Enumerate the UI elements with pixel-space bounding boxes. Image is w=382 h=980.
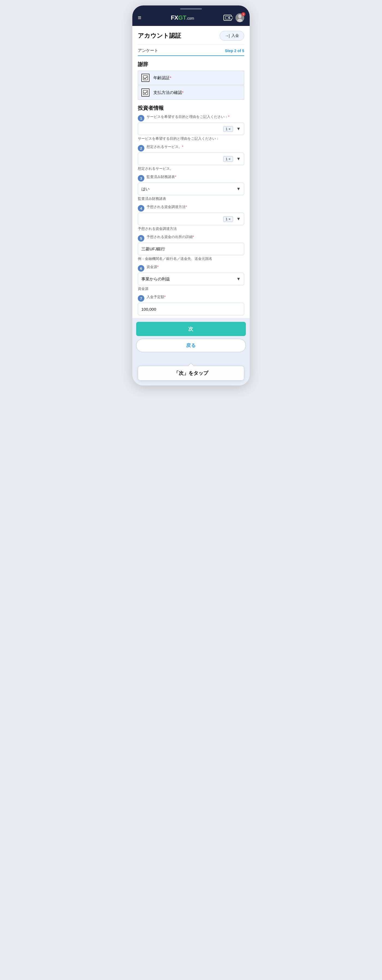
checkbox-age-verification[interactable]: 年齢認証*	[138, 71, 244, 85]
field-hint-5: 例：金融機関名／銀行名／送金先、送金元国名	[138, 256, 244, 262]
tab-section: アンケート Step 2 of 5	[138, 45, 244, 56]
chip-1[interactable]: 1 ×	[223, 126, 233, 132]
svg-point-4	[238, 16, 241, 18]
field-chips-4: 1 × ▼	[223, 216, 241, 222]
field-value-6: 事業からの利益	[141, 277, 170, 282]
field-label-row-4: 4 予想される資金調達方法*	[138, 204, 244, 212]
checkbox-age-icon	[141, 74, 149, 82]
investor-section: 投資者情報 1 サービスを希望する目的と理由をご記入ください：* 1 × ▼ サ…	[138, 105, 244, 315]
field-group-3: 3 監査済み財務諸表* はい ▼ 監査済み財務諸表	[138, 175, 244, 202]
field-input-2[interactable]: 1 × ▼	[138, 153, 244, 165]
field-value-3: はい	[141, 186, 149, 192]
chip-4[interactable]: 1 ×	[223, 216, 233, 222]
tab-row: アンケート Step 2 of 5	[138, 48, 244, 56]
tooltip-area: 「次」をタップ	[132, 363, 250, 385]
checkbox-payment-label: 支払方法の確認*	[153, 90, 184, 95]
field-group-2: 2 想定されるサービス。* 1 × ▼ 想定されるサービス。	[138, 145, 244, 172]
section-acknowledgment: 謝辞 年齢認証*	[138, 61, 244, 100]
field-label-5: 予想される資金の出所の詳細*	[146, 234, 244, 239]
field-label-2: 想定されるサービス。*	[146, 145, 244, 149]
field-input-7[interactable]	[138, 303, 244, 315]
checkbox-group: 年齢認証* 支払方法の確認*	[138, 71, 244, 100]
account-title: アカウント認証	[138, 32, 181, 40]
field-group-7: 7 入金予定額*	[138, 294, 244, 315]
field-label-6: 資金源*	[146, 264, 244, 269]
deposit-button[interactable]: →| 入金	[220, 31, 244, 41]
field-label-row-1: 1 サービスを希望する目的と理由をご記入ください：*	[138, 115, 244, 121]
logo-com: .com	[186, 16, 194, 21]
field-group-6: 6 資金源* 事業からの利益 ▼ 資金源	[138, 264, 244, 292]
field-label-1: サービスを希望する目的と理由をご記入ください：*	[146, 115, 244, 119]
field-number-1: 1	[138, 115, 144, 121]
notch-bar	[180, 8, 202, 10]
field-group-1: 1 サービスを希望する目的と理由をご記入ください：* 1 × ▼ サービスを希望…	[138, 115, 244, 142]
section-title-investor: 投資者情報	[138, 105, 244, 111]
field-group-4: 4 予想される資金調達方法* 1 × ▼ 予想される資金調達方法	[138, 204, 244, 232]
field-number-7: 7	[138, 295, 144, 302]
field-hint-3: 監査済み財務諸表	[138, 196, 244, 202]
logo-fx: FX	[171, 14, 178, 21]
field-number-6: 6	[138, 265, 144, 272]
dropdown-arrow-2[interactable]: ▼	[236, 156, 241, 161]
field-hint-4: 予想される資金調達方法	[138, 226, 244, 232]
text-input-5[interactable]	[141, 247, 241, 251]
field-label-3: 監査済み財務諸表*	[146, 175, 244, 179]
deposit-arrow-icon: →|	[225, 33, 230, 38]
field-number-4: 4	[138, 205, 144, 212]
tab-label[interactable]: アンケート	[138, 48, 158, 53]
footer-buttons: 次 戻る	[132, 318, 250, 355]
field-input-5[interactable]	[138, 243, 244, 255]
page-content: アカウント認証 →| 入金 アンケート Step 2 of 5 謝辞	[132, 26, 250, 315]
chip-2[interactable]: 1 ×	[223, 156, 233, 162]
field-label-row-7: 7 入金予定額*	[138, 294, 244, 302]
avatar-badge: 1	[241, 12, 245, 16]
menu-icon[interactable]: ≡	[138, 15, 141, 21]
field-group-5: 5 予想される資金の出所の詳細* 例：金融機関名／銀行名／送金先、送金元国名	[138, 234, 244, 262]
back-button[interactable]: 戻る	[136, 339, 246, 352]
field-chips-1: 1 × ▼	[223, 126, 241, 132]
field-label-row-6: 6 資金源*	[138, 264, 244, 272]
text-input-7[interactable]	[141, 307, 241, 312]
account-header: アカウント認証 →| 入金	[138, 26, 244, 45]
tooltip-text: 「次」をタップ	[174, 371, 208, 376]
section-title-acknowledgment: 謝辞	[138, 61, 244, 68]
header-icons: 1	[223, 13, 244, 22]
field-select-3[interactable]: はい ▼	[138, 183, 244, 195]
checkbox-payment-icon	[141, 88, 149, 97]
next-button[interactable]: 次	[136, 322, 246, 336]
field-number-2: 2	[138, 145, 144, 151]
avatar-icon[interactable]: 1	[236, 13, 244, 22]
dropdown-arrow-6[interactable]: ▼	[236, 277, 241, 282]
field-select-6[interactable]: 事業からの利益 ▼	[138, 273, 244, 285]
step-label: Step 2 of 5	[225, 49, 244, 53]
checkbox-payment-verification[interactable]: 支払方法の確認*	[138, 86, 244, 100]
field-label-4: 予想される資金調達方法*	[146, 204, 244, 209]
deposit-label: 入金	[231, 33, 239, 38]
tooltip-box: 「次」をタップ	[138, 366, 244, 380]
dropdown-arrow-1[interactable]: ▼	[236, 126, 241, 131]
checkbox-age-label: 年齢認証*	[153, 75, 171, 81]
logo-gt: GT	[178, 14, 186, 21]
field-input-1[interactable]: 1 × ▼	[138, 123, 244, 135]
field-label-7: 入金予定額*	[146, 294, 244, 299]
wallet-icon[interactable]	[223, 15, 231, 21]
field-number-5: 5	[138, 235, 144, 242]
field-hint-1: サービスを希望する目的と理由をご記入ください：	[138, 136, 244, 142]
dropdown-arrow-4[interactable]: ▼	[236, 216, 241, 221]
svg-point-5	[238, 19, 242, 22]
phone-notch	[132, 5, 250, 10]
field-label-row-5: 5 予想される資金の出所の詳細*	[138, 234, 244, 242]
field-chips-2: 1 × ▼	[223, 156, 241, 162]
field-input-4[interactable]: 1 × ▼	[138, 213, 244, 225]
field-hint-6: 資金源	[138, 286, 244, 292]
logo: FXGT.com	[171, 14, 194, 21]
svg-point-2	[229, 18, 229, 18]
wave-decoration	[132, 355, 250, 363]
phone-frame: ≡ FXGT.com 1	[132, 5, 250, 385]
field-hint-2: 想定されるサービス。	[138, 166, 244, 172]
field-number-3: 3	[138, 175, 144, 181]
dropdown-arrow-3[interactable]: ▼	[236, 186, 241, 191]
field-label-row-2: 2 想定されるサービス。*	[138, 145, 244, 151]
field-label-row-3: 3 監査済み財務諸表*	[138, 175, 244, 181]
header: ≡ FXGT.com 1	[132, 10, 250, 26]
